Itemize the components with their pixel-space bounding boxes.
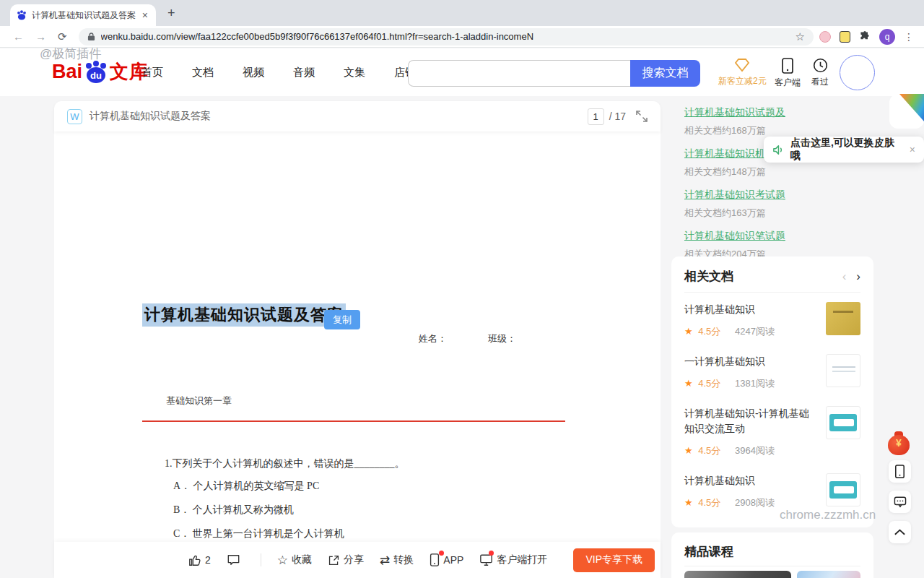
red-rule [142, 420, 565, 422]
open-in-client-button[interactable]: 客户端打开 [479, 553, 547, 566]
nav-video[interactable]: 视频 [243, 66, 264, 79]
profile-avatar[interactable]: q [879, 29, 895, 45]
rating-star-icon: ★ [684, 378, 693, 389]
rating-star-icon: ★ [684, 497, 693, 508]
fullscreen-icon[interactable] [636, 111, 648, 122]
course-thumbnail[interactable] [684, 571, 791, 578]
promo-badge-icon [734, 58, 750, 72]
name-label: 姓名： [419, 332, 447, 345]
toolbar-divider [261, 553, 261, 566]
search-suggestions: 计算机基础知识试题及 相关文档约168万篇 计算机基础知识机j 相关文档约148… [684, 105, 865, 270]
search-input[interactable] [408, 60, 630, 87]
suggestion-count: 相关文档约163万篇 [684, 207, 865, 220]
browser-tab[interactable]: 计算机基础知识试题及答案 - 百 × [10, 4, 156, 26]
feedback-button[interactable] [889, 491, 911, 513]
chevron-up-icon [894, 528, 906, 536]
doc-thumbnail [826, 302, 860, 335]
course-thumbnail[interactable] [797, 571, 860, 578]
share-button[interactable]: 分享 [328, 553, 364, 566]
baidu-paw-icon: du [83, 60, 109, 85]
client-download[interactable]: 客户端 [775, 58, 801, 89]
nav-collection[interactable]: 文集 [344, 66, 365, 79]
question-1: 1.下列关于个人计算机的叙述中，错误的是________。 [165, 457, 405, 470]
copy-button[interactable]: 复制 [324, 310, 360, 329]
word-doc-icon: W [67, 109, 82, 124]
suggestion-link[interactable]: 计算机基础知识考试题 [684, 189, 785, 202]
extensions-puzzle-icon[interactable] [859, 31, 871, 43]
next-arrow-icon[interactable]: › [856, 269, 860, 284]
option-b: B． 个人计算机又称为微机 [173, 504, 294, 517]
suggestion-count: 相关文档约168万篇 [684, 124, 865, 137]
page-number-input[interactable]: 1 [588, 108, 604, 125]
chapter-heading: 基础知识第一章 [166, 394, 232, 407]
prev-arrow-icon[interactable]: ‹ [842, 269, 847, 284]
comment-button[interactable] [227, 553, 240, 566]
bookmark-star-icon[interactable]: ☆ [796, 30, 805, 43]
skin-tooltip: 点击这里,可以更换皮肤哦 × [764, 137, 924, 163]
comment-icon [227, 553, 240, 566]
doc-thumbnail [826, 354, 860, 387]
phone-icon [781, 58, 794, 74]
back-icon[interactable]: ← [13, 30, 24, 43]
new-user-promo[interactable]: 新客立减2元 [718, 58, 767, 87]
convert-icon: ⇄ [380, 553, 390, 568]
site-header: @极简插件 Bai du 文库 首页 文档 视频 音频 文集 店铺 搜索文档 新… [0, 48, 924, 96]
like-button[interactable]: 2 [188, 553, 211, 566]
option-a: A． 个人计算机的英文缩写是 PC [173, 480, 319, 493]
forward-icon[interactable]: → [35, 30, 46, 43]
new-tab-button[interactable]: + [167, 6, 175, 20]
browser-tab-bar: 计算机基础知识试题及答案 - 百 × + [0, 0, 924, 26]
nav-docs[interactable]: 文档 [192, 66, 214, 79]
favorite-button[interactable]: ☆ 收藏 [277, 553, 312, 568]
premium-courses-card: 精品课程 [671, 532, 873, 578]
nav-audio[interactable]: 音频 [293, 66, 315, 79]
mobile-view-button[interactable] [889, 460, 911, 483]
back-to-top-button[interactable] [889, 521, 911, 543]
logo-bai: Bai [52, 61, 82, 83]
related-docs-title: 相关文档 [684, 268, 842, 285]
svg-text:du: du [90, 70, 102, 81]
class-label: 班级： [488, 332, 516, 345]
convert-button[interactable]: ⇄ 转换 [380, 553, 414, 568]
related-doc-item[interactable]: 计算机基础知识-计算机基础知识交流互动 ★ 4.5分 3964阅读 [671, 397, 873, 464]
chrome-store-watermark: chrome.zzzmh.cn [780, 508, 876, 522]
rating-star-icon: ★ [684, 445, 693, 456]
rail-phone-icon [894, 465, 905, 478]
tooltip-close-icon[interactable]: × [910, 144, 915, 155]
suggestion-count: 相关文档约148万篇 [684, 165, 865, 178]
page-total: / 17 [609, 111, 626, 122]
lock-icon [87, 32, 95, 41]
related-doc-item[interactable]: 计算机基础知识 ★ 4.5分 4247阅读 [671, 293, 873, 345]
doc-content-title: 计算机基础知识试题及答案 [142, 303, 346, 327]
url-field[interactable]: wenku.baidu.com/view/faa122ccfe00bed5b9f… [79, 28, 814, 46]
baidu-wenku-logo[interactable]: Bai du 文库 [52, 59, 149, 85]
share-icon [328, 554, 340, 566]
baidu-favicon-icon [16, 9, 27, 21]
suggestion-item: 计算机基础知识试题及 相关文档约168万篇 [684, 105, 865, 137]
suggestion-link[interactable]: 计算机基础知识机j [684, 147, 767, 160]
notes-extension-icon[interactable] [840, 31, 850, 43]
suggestion-link[interactable]: 计算机基础知识笔试题 [684, 230, 785, 243]
viewer-bottom-toolbar: 2 ☆ 收藏 分享 ⇄ 转换 [54, 542, 661, 578]
extension-icon[interactable] [819, 31, 831, 43]
app-button[interactable]: APP [430, 553, 463, 566]
user-avatar[interactable] [840, 55, 875, 90]
viewed-history[interactable]: 看过 [811, 58, 829, 88]
rating-star-icon: ★ [684, 326, 693, 337]
option-c: C． 世界上第一台计算机是个人计算机 [173, 527, 344, 540]
vip-download-button[interactable]: VIP专享下载 [573, 548, 655, 572]
red-packet-icon[interactable]: ¥ [886, 431, 912, 457]
speaker-icon [772, 144, 785, 155]
nav-home[interactable]: 首页 [141, 66, 163, 79]
tab-close-icon[interactable]: × [140, 9, 150, 21]
browser-menu-icon[interactable]: ⋮ [904, 31, 914, 43]
browser-address-bar: ← → ⟳ wenku.baidu.com/view/faa122ccfe00b… [0, 26, 924, 48]
search-button[interactable]: 搜索文档 [630, 60, 700, 87]
related-docs-card: 相关文档 ‹ › 计算机基础知识 ★ 4.5分 4247阅读 一计算机基础知识 … [671, 256, 873, 527]
suggestion-item: 计算机基础知识考试题 相关文档约163万篇 [684, 188, 865, 220]
reload-icon[interactable]: ⟳ [58, 30, 67, 43]
related-doc-item[interactable]: 一计算机基础知识 ★ 4.5分 1381阅读 [671, 345, 873, 397]
suggestion-link[interactable]: 计算机基础知识试题及 [684, 106, 785, 119]
chat-bubble-icon [894, 496, 907, 508]
thumbs-up-icon [188, 553, 201, 566]
